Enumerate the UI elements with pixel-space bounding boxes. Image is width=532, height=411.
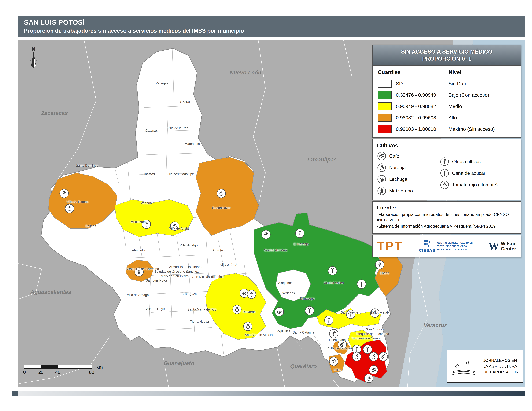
- crop-marker-cana: [363, 345, 372, 354]
- cultivo-label: Café: [389, 153, 399, 159]
- crop-marker-cana: [370, 309, 379, 318]
- crop-marker-otros: [262, 230, 270, 239]
- scale-label: 0: [23, 370, 26, 375]
- crop-marker-cafe: [329, 357, 338, 366]
- scale-bar-segments: [24, 365, 92, 369]
- legend-rows: SDSin Dato0.32476 - 0.90949Bajo (Con acc…: [373, 76, 521, 137]
- cultivos-right-column: Otros cultivosCaña de azucarTomate rojo …: [440, 149, 517, 196]
- crop-marker-naranja: [352, 352, 361, 361]
- jornaleros-field-icon: [450, 354, 478, 378]
- legend-row: 0.90949 - 0.98082Medio: [378, 103, 516, 110]
- legend-header: SIN ACCESO A SERVICIO MÉDICO PROPORCIÓN …: [373, 45, 521, 66]
- legend-swatch: [378, 103, 392, 110]
- ciesas-tagline-line: EN ANTROPOLOGÍA SOCIAL: [437, 248, 473, 251]
- fuente-line: -Elaboración propia con microdatos del c…: [377, 212, 517, 223]
- cultivo-item: Café: [377, 151, 440, 161]
- cultivos-left-column: CaféNaranjaLechugaMaíz grano: [377, 149, 440, 196]
- legend-column-headers: Cuartiles Nivel: [373, 66, 521, 76]
- tpt-logo: TPT: [377, 239, 403, 253]
- bottom-gradient-strip: [18, 391, 525, 396]
- legend-col-nivel: Nivel: [449, 69, 461, 75]
- legend-level: Alto: [448, 115, 457, 121]
- legend-swatch: [378, 125, 392, 133]
- legend-row: 0.99603 - 1.00000Máximo (Sin acceso): [378, 125, 516, 133]
- crop-marker-otros: [375, 260, 384, 269]
- scale-label: 40: [55, 370, 60, 375]
- crop-marker-cana: [346, 310, 355, 319]
- crop-marker-cafe: [369, 365, 378, 374]
- region-yellow-moctezuma: [115, 199, 193, 237]
- naranja-icon: [377, 163, 387, 172]
- scale-labels: 0 20 40 80: [24, 370, 111, 375]
- legend-title-line1: SIN ACCESO A SERVICIO MÉDICO: [374, 48, 520, 55]
- map-title: SAN LUIS POTOSÍ: [24, 18, 525, 26]
- legend-swatch: [378, 114, 392, 122]
- ciesas-tagline-line: Y ESTUDIOS SUPERIORES: [437, 245, 473, 248]
- legend-range: 0.90949 - 0.98082: [396, 103, 448, 109]
- scale-unit: Km: [95, 364, 103, 370]
- cultivo-item: Lechuga: [377, 174, 440, 184]
- legend-swatch: [378, 91, 392, 99]
- crop-marker-cana: [305, 306, 314, 315]
- ciesas-logo: CIESAS CENTRO DE INVESTIGACIONES Y ESTUD…: [419, 240, 473, 253]
- crop-marker-otros: [60, 189, 68, 198]
- jornaleros-logo-box: JORNALEROS EN LA AGRICULTURA DE EXPORTAC…: [447, 350, 523, 383]
- legend-range: 0.32476 - 0.90949: [396, 92, 448, 98]
- crop-marker-naranja: [369, 352, 378, 361]
- legend-box: SIN ACCESO A SERVICIO MÉDICO PROPORCIÓN …: [372, 45, 521, 138]
- bottom-strip-cap: [12, 391, 18, 396]
- jornaleros-line: DE EXPORTACIÓN: [483, 369, 519, 375]
- cultivo-item: Tomate rojo (jitomate): [440, 180, 517, 190]
- jornaleros-text: JORNALEROS EN LA AGRICULTURA DE EXPORTAC…: [480, 358, 519, 375]
- legend-row: 0.98082 - 0.99603Alto: [378, 114, 516, 122]
- jornaleros-line: JORNALEROS EN: [483, 358, 519, 363]
- cultivo-label: Naranja: [389, 165, 406, 170]
- cultivo-label: Otros cultivos: [452, 159, 481, 164]
- cultivo-label: Lechuga: [389, 177, 407, 182]
- ciesas-tagline: CENTRO DE INVESTIGACIONES Y ESTUDIOS SUP…: [437, 241, 473, 251]
- crop-marker-naranja: [338, 340, 347, 349]
- crop-marker-cana: [295, 229, 304, 238]
- map-subtitle: Proporción de trabajadores sin acceso a …: [24, 28, 525, 34]
- crop-marker-cana: [328, 266, 337, 275]
- north-arrow: N: [28, 46, 39, 70]
- cultivo-label: Tomate rojo (jitomate): [452, 182, 498, 187]
- map-panel: Nuevo LeónZacatecasTamaulipasAguascalien…: [18, 40, 525, 387]
- crop-marker-tomate: [170, 222, 179, 230]
- cultivo-item: Otros cultivos: [440, 157, 517, 167]
- legend-level: Máximo (Sin acceso): [448, 126, 495, 132]
- crop-marker-naranja: [364, 374, 373, 383]
- cana-icon: [440, 168, 449, 178]
- crop-marker-tomate: [247, 290, 256, 299]
- cultivo-item: Caña de azucar: [440, 168, 517, 178]
- crop-marker-maiz: [135, 268, 143, 276]
- legend-stack: SIN ACCESO A SERVICIO MÉDICO PROPORCIÓN …: [372, 45, 521, 257]
- page: SAN LUIS POTOSÍ Proporción de trabajador…: [0, 0, 532, 411]
- legend-range: SD: [396, 81, 448, 86]
- crop-marker-cafe: [275, 308, 284, 316]
- legend-level: Medio: [448, 103, 462, 109]
- scale-label: 20: [38, 370, 43, 375]
- scale-bar: Km 0 20 40 80: [24, 365, 111, 378]
- legend-swatch: [378, 80, 392, 88]
- scale-label: 80: [89, 370, 94, 375]
- logos-box: TPT CIESAS CENTRO: [372, 235, 521, 257]
- crop-marker-cana: [357, 280, 366, 289]
- wilson-center-logo: W Wilson Center: [488, 241, 517, 252]
- fuente-title: Fuente:: [377, 205, 517, 211]
- crop-marker-tomate: [233, 305, 241, 314]
- ciesas-name: CIESAS: [419, 248, 435, 253]
- crop-marker-tomate: [65, 204, 74, 213]
- title-bar: SAN LUIS POTOSÍ Proporción de trabajador…: [18, 16, 525, 37]
- north-label: N: [28, 46, 39, 52]
- legend-level: Sin Dato: [448, 81, 467, 86]
- legend-range: 0.98082 - 0.99603: [396, 115, 448, 121]
- fuente-box: Fuente: -Elaboración propia con microdat…: [372, 201, 521, 234]
- lechuga-icon: [377, 174, 387, 184]
- jornaleros-line: LA AGRICULTURA: [483, 363, 519, 369]
- otros-icon: [440, 157, 449, 167]
- wilson-name-line1: Wilson: [501, 241, 517, 246]
- crop-marker-tomate: [244, 322, 252, 331]
- crop-marker-tomate: [217, 189, 226, 198]
- ciesas-tagline-line: CENTRO DE INVESTIGACIONES: [437, 241, 473, 245]
